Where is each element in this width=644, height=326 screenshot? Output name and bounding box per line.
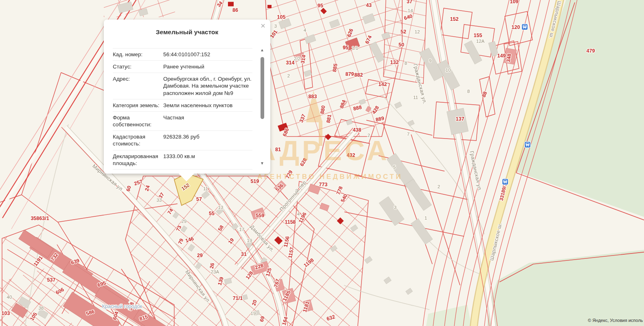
parcel-number-label: 31 bbox=[241, 251, 247, 257]
parcel-number-label: 149 bbox=[497, 53, 506, 59]
house-number-label: 9 bbox=[429, 58, 432, 63]
map-canvas[interactable]: 3486951051014362667495314314882885879883… bbox=[0, 0, 644, 326]
close-icon[interactable]: × bbox=[261, 22, 265, 30]
house-number-label: 2 bbox=[438, 184, 440, 189]
house-number-label: 10 bbox=[446, 68, 451, 73]
parcel-number-label: 43 bbox=[366, 2, 372, 8]
parcel-number-label: 55 bbox=[209, 211, 215, 216]
map-attribution[interactable]: © Яндекс, Условия исполь bbox=[588, 318, 643, 323]
field-value: 1333.00 кв.м bbox=[163, 153, 252, 167]
house-number-label: 1/1 bbox=[352, 46, 358, 51]
scroll-up-icon[interactable]: ▲ bbox=[259, 48, 265, 52]
parcel-number-label: 879 bbox=[346, 71, 354, 77]
house-number-label: 7 bbox=[407, 132, 410, 137]
house-number-label: 2 bbox=[287, 73, 290, 78]
house-number-label: 11 bbox=[413, 95, 418, 100]
field-row: Форма собственности:Частная bbox=[113, 112, 252, 131]
field-label: Категория земель: bbox=[113, 102, 163, 109]
parcel-number-label: 137 bbox=[456, 116, 464, 122]
field-row: Статус:Ранее учтенный bbox=[113, 61, 252, 73]
house-number-label: 12 bbox=[415, 29, 420, 34]
parcel-number-label: 57 bbox=[196, 196, 202, 202]
field-value: 56:44:0101007:152 bbox=[163, 51, 252, 58]
house-number-label: 3 bbox=[274, 24, 277, 29]
scrollbar-thumb[interactable] bbox=[261, 57, 264, 119]
house-number-label: 40 bbox=[7, 295, 12, 300]
house-number-label: 19 bbox=[247, 238, 252, 243]
field-value: Частная bbox=[163, 114, 252, 128]
house-number-label: 13 bbox=[218, 205, 223, 210]
parcel-number-label: 883 bbox=[309, 94, 317, 99]
house-number-label: 12А bbox=[476, 39, 485, 44]
popup-caret bbox=[178, 173, 195, 181]
field-label: Кадастровая стоимость: bbox=[113, 133, 163, 147]
parcel-number-label: 71/1 bbox=[233, 295, 243, 301]
parcel-number-label: 479 bbox=[587, 48, 595, 54]
house-number-label: 17 bbox=[239, 227, 245, 232]
house-number-label: 29 bbox=[182, 219, 187, 224]
parcel-number-label: 29 bbox=[197, 253, 203, 258]
parcel-number-label: 438 bbox=[353, 127, 361, 133]
house-number-label: 8 bbox=[467, 89, 470, 94]
house-number-label: 5 bbox=[393, 165, 396, 170]
field-label: Статус: bbox=[113, 63, 163, 70]
parcel-number-label: 773 bbox=[319, 182, 328, 187]
parcel-number-label: 103 bbox=[2, 311, 10, 316]
bus-stop-icon[interactable] bbox=[525, 142, 531, 148]
field-value: 926328.36 руб bbox=[163, 133, 252, 147]
field-label: Форма собственности: bbox=[113, 114, 163, 128]
field-row: Декларированная площадь:1333.00 кв.м bbox=[113, 150, 252, 170]
house-number-label: 11 bbox=[203, 186, 208, 191]
house-number-label: 8 bbox=[405, 61, 407, 66]
watermark-tagline: АГЕНТСТВО НЕДВИЖИМОСТИ bbox=[257, 173, 403, 181]
house-number-label: 33 bbox=[157, 198, 162, 203]
parcel-number-label: 105 bbox=[277, 14, 286, 20]
house-number-label: 2/2 bbox=[294, 56, 300, 61]
parcel-number-label: 109 bbox=[510, 0, 519, 4]
field-value: Ранее учтенный bbox=[163, 63, 252, 70]
house-number-label: 1 bbox=[425, 216, 427, 220]
field-row: Адрес:Оренбургская обл., г. Оренбург, ул… bbox=[113, 73, 252, 99]
popup-scrollbar[interactable]: ▲ ▼ bbox=[259, 48, 265, 165]
popup-title: Земельный участок bbox=[104, 29, 270, 36]
field-label: Кад. номер: bbox=[113, 51, 163, 58]
bus-stop-icon[interactable] bbox=[502, 179, 508, 185]
bus-stop-icon[interactable] bbox=[522, 24, 528, 30]
parcel-number-label: 95 bbox=[318, 3, 323, 9]
parcel-info-popup: × Земельный участок Кад. номер:56:44:010… bbox=[104, 20, 270, 174]
parcel-number-label: 50 bbox=[399, 42, 404, 48]
field-value: Земли населенных пунктов bbox=[163, 102, 252, 109]
parcel-number-label: 35863/1 bbox=[31, 216, 49, 221]
parcel-number-label: 95 bbox=[343, 45, 348, 51]
parcel-number-label: 132 bbox=[390, 59, 399, 65]
watermark-brand: АДРЕСА bbox=[256, 134, 390, 166]
house-number-label: 38 bbox=[39, 306, 44, 311]
scroll-down-icon[interactable]: ▼ bbox=[259, 161, 265, 165]
parcel-number-label: 559 bbox=[256, 213, 265, 218]
parcel-number-label: 155 bbox=[474, 33, 482, 38]
house-number-label: 4 bbox=[297, 211, 300, 216]
field-label: Декларированная площадь: bbox=[113, 153, 163, 167]
parcel-number-label: 120 bbox=[512, 24, 520, 30]
parcel-number-label: 26 bbox=[209, 262, 216, 269]
parcel-number-label: 152 bbox=[450, 16, 459, 22]
house-number-label: 3 bbox=[394, 205, 396, 210]
parcel-number-label: 37 bbox=[407, 0, 412, 4]
parcel-number-label: 86 bbox=[232, 7, 238, 13]
parcel-number-label: 537 bbox=[47, 277, 56, 283]
field-row: Категория земель:Земли населенных пункто… bbox=[113, 99, 252, 112]
house-number-label: 14 bbox=[408, 8, 413, 13]
field-label: Адрес: bbox=[113, 75, 163, 96]
field-row: Кадастровая стоимость:926328.36 руб bbox=[113, 131, 252, 150]
parcel-number-label: 1158 bbox=[285, 219, 296, 225]
house-number-label: 19 bbox=[251, 311, 256, 316]
field-row: Кад. номер:56:44:0101007:152 bbox=[113, 48, 252, 61]
house-number-label: 23А bbox=[211, 269, 219, 274]
district-name-label: Красный городок bbox=[102, 304, 142, 309]
parcel-number-label: 882 bbox=[355, 72, 363, 78]
parcel-number-label: 142 bbox=[379, 82, 387, 87]
parcel-number-label: 314 bbox=[286, 60, 295, 66]
field-value: Оренбургская обл., г. Оренбург, ул. Дамб… bbox=[163, 75, 252, 96]
parcel-number-label: 52 bbox=[401, 29, 406, 35]
popup-fields: Кад. номер:56:44:0101007:152Статус:Ранее… bbox=[113, 48, 252, 170]
